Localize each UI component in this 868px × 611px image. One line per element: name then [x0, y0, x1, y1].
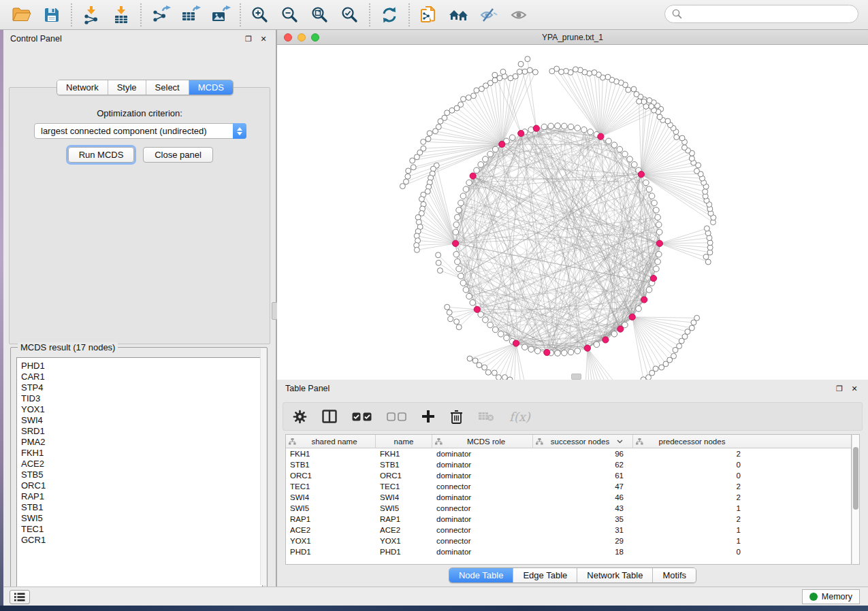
- table-row[interactable]: PHD1PHD1dominator180: [286, 546, 851, 557]
- search-field[interactable]: [664, 5, 858, 23]
- table-row[interactable]: SWI5SWI5connector431: [286, 503, 851, 514]
- column-header-successor-nodes[interactable]: successor nodes: [533, 435, 633, 448]
- close-table-panel-icon[interactable]: ✕: [849, 383, 860, 394]
- table-row[interactable]: TEC1TEC1connector472: [286, 481, 851, 492]
- dropdown-stepper-icon[interactable]: [233, 123, 246, 139]
- table-row[interactable]: SWI4SWI4dominator462: [286, 492, 851, 503]
- network-window-title: YPA_prune.txt_1: [277, 33, 868, 42]
- network-view[interactable]: [277, 45, 868, 380]
- list-item[interactable]: RAP1: [21, 491, 262, 502]
- list-item[interactable]: TEC1: [21, 524, 262, 535]
- close-panel-icon[interactable]: ✕: [258, 33, 269, 44]
- table-cell: YOX1: [286, 537, 376, 545]
- table-cell: connector: [432, 526, 533, 534]
- table-cell: connector: [432, 537, 533, 545]
- list-item[interactable]: GCR1: [21, 535, 262, 546]
- run-mcds-button[interactable]: Run MCDS: [68, 147, 134, 163]
- network-window-titlebar[interactable]: YPA_prune.txt_1: [277, 30, 868, 45]
- refresh-icon[interactable]: [374, 2, 404, 28]
- save-icon[interactable]: [37, 2, 67, 28]
- tab-edge-table[interactable]: Edge Table: [513, 568, 577, 582]
- column-header-shared-name[interactable]: shared name: [286, 435, 376, 448]
- table-cell: dominator: [432, 450, 533, 458]
- column-header-name[interactable]: name: [376, 435, 432, 448]
- tab-select[interactable]: Select: [146, 80, 189, 95]
- settings-gear-icon[interactable]: [293, 410, 307, 424]
- export-image-icon[interactable]: [206, 2, 236, 28]
- list-item[interactable]: TID3: [21, 393, 262, 404]
- zoom-selected-icon[interactable]: [335, 2, 365, 28]
- list-item[interactable]: ORC1: [21, 480, 262, 491]
- table-row[interactable]: ORC1ORC1dominator610: [286, 470, 851, 481]
- table-row[interactable]: RAP1RAP1dominator352: [286, 514, 851, 525]
- criterion-dropdown[interactable]: largest connected component (undirected): [34, 123, 246, 139]
- list-item[interactable]: ACE2: [21, 459, 262, 469]
- export-table-icon[interactable]: [176, 2, 206, 28]
- list-item[interactable]: SWI4: [21, 415, 262, 426]
- list-item[interactable]: STP4: [21, 382, 262, 393]
- table-cell: 2: [633, 515, 749, 523]
- columns-icon[interactable]: [322, 410, 337, 423]
- table-cell: 0: [633, 472, 749, 480]
- table-cell: FKH1: [376, 450, 432, 458]
- close-panel-button[interactable]: Close panel: [143, 147, 213, 163]
- column-header-mcds-role[interactable]: MCDS role: [432, 435, 533, 448]
- table-row[interactable]: ACE2ACE2connector311: [286, 525, 851, 535]
- tab-network[interactable]: Network: [57, 80, 108, 95]
- table-scrollbar-thumb[interactable]: [853, 447, 858, 510]
- memory-button[interactable]: Memory: [802, 589, 860, 604]
- float-table-panel-icon[interactable]: ❐: [834, 383, 845, 394]
- home-icon[interactable]: [444, 2, 474, 28]
- show-all-icon[interactable]: [504, 2, 534, 28]
- node-table: shared name name MCDS role successor nod…: [285, 434, 852, 565]
- float-panel-icon[interactable]: ❐: [243, 33, 254, 44]
- table-cell: SWI5: [286, 504, 376, 512]
- tab-network-table[interactable]: Network Table: [577, 568, 653, 582]
- list-item[interactable]: STB5: [21, 469, 262, 480]
- zoom-fit-icon[interactable]: [305, 2, 335, 28]
- import-network-icon[interactable]: [76, 2, 106, 28]
- table-cell: 29: [533, 537, 633, 545]
- table-cell: 2: [633, 450, 749, 458]
- tab-node-table[interactable]: Node Table: [449, 568, 514, 582]
- search-input[interactable]: [686, 9, 851, 19]
- tab-mcds[interactable]: MCDS: [189, 80, 233, 95]
- table-cell: ORC1: [376, 472, 432, 480]
- list-item[interactable]: YOX1: [21, 404, 262, 415]
- table-row[interactable]: FKH1FKH1dominator962: [286, 448, 851, 459]
- add-row-icon[interactable]: [421, 410, 435, 423]
- network-graph[interactable]: [277, 45, 868, 380]
- list-item[interactable]: STB1: [21, 502, 262, 513]
- list-item[interactable]: FKH1: [21, 448, 262, 459]
- tab-motifs[interactable]: Motifs: [653, 568, 696, 582]
- table-row[interactable]: STB1STB1dominator620: [286, 459, 851, 470]
- delete-row-icon[interactable]: [450, 410, 463, 424]
- select-all-icon[interactable]: [352, 412, 372, 421]
- table-cell: SWI5: [376, 504, 432, 512]
- list-item[interactable]: PMA2: [21, 437, 262, 448]
- mcds-list-scrollbar[interactable]: [260, 348, 266, 585]
- mcds-result-list[interactable]: PHD1CAR1STP4TID3YOX1SWI4SRD1PMA2FKH1ACE2…: [16, 357, 263, 595]
- table-tabs: Node Table Edge Table Network Table Moti…: [277, 567, 868, 583]
- export-network-icon[interactable]: [146, 2, 176, 28]
- sort-descending-icon: [617, 440, 623, 444]
- hide-selected-icon[interactable]: [474, 2, 504, 28]
- deselect-all-icon[interactable]: [387, 412, 406, 421]
- table-cell: 0: [633, 461, 749, 469]
- open-icon[interactable]: [7, 2, 37, 28]
- list-item[interactable]: SWI5: [21, 513, 262, 524]
- column-type-icon: [435, 438, 443, 445]
- list-item[interactable]: CAR1: [21, 371, 262, 382]
- zoom-in-icon[interactable]: [245, 2, 275, 28]
- task-history-button[interactable]: [10, 590, 30, 604]
- list-item[interactable]: PHD1: [21, 361, 262, 371]
- table-row[interactable]: YOX1YOX1connector291: [286, 535, 851, 546]
- horizontal-splitter-handle[interactable]: [571, 374, 581, 380]
- column-header-predecessor-nodes[interactable]: predecessor nodes: [633, 435, 749, 448]
- zoom-out-icon[interactable]: [275, 2, 305, 28]
- import-table-icon[interactable]: [106, 2, 136, 28]
- list-item[interactable]: SRD1: [21, 426, 262, 437]
- duplicate-network-icon[interactable]: [414, 2, 444, 28]
- tab-style[interactable]: Style: [108, 80, 146, 95]
- table-scrollbar[interactable]: [852, 434, 860, 565]
